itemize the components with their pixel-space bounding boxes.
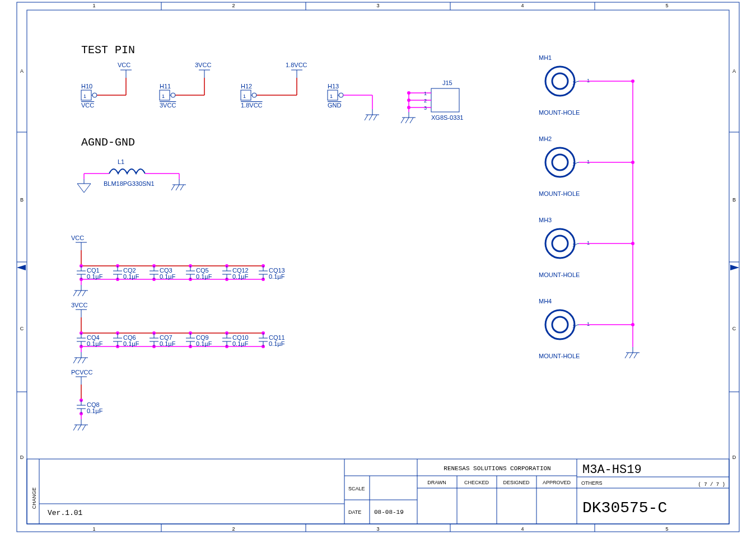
svg-text:0.1µF: 0.1µF bbox=[232, 340, 249, 347]
svg-text:MH4: MH4 bbox=[539, 298, 552, 305]
svg-text:1: 1 bbox=[572, 80, 575, 86]
svg-text:MOUNT-HOLE: MOUNT-HOLE bbox=[539, 353, 580, 359]
inductor-L1: L1 BLM18PG330SN1 bbox=[77, 158, 186, 193]
svg-text:0.1µF: 0.1µF bbox=[87, 407, 103, 414]
header-H11: 3VCC H11 1 3VCC bbox=[160, 62, 211, 109]
svg-text:DK30575-C: DK30575-C bbox=[582, 499, 667, 517]
svg-text:APPROVED: APPROVED bbox=[543, 480, 571, 485]
svg-text:0.1µF: 0.1µF bbox=[123, 340, 139, 347]
svg-text:CHECKED: CHECKED bbox=[464, 480, 489, 485]
svg-text:L1: L1 bbox=[118, 158, 124, 165]
svg-text:DESIGNED: DESIGNED bbox=[503, 480, 530, 485]
header-H12: 1.8VCC H12 1 1.8VCC bbox=[241, 62, 307, 109]
svg-text:0.1µF: 0.1µF bbox=[160, 340, 176, 347]
svg-text:VCC: VCC bbox=[118, 62, 130, 68]
schematic-sheet: 12 34 5 12 34 5 AA BB CC DD TEST PIN AGN… bbox=[0, 0, 756, 534]
svg-text:MOUNT-HOLE: MOUNT-HOLE bbox=[539, 190, 580, 197]
svg-text:VCC: VCC bbox=[71, 235, 84, 241]
svg-text:5: 5 bbox=[665, 3, 668, 8]
svg-text:1: 1 bbox=[587, 78, 590, 83]
svg-text:0.1µF: 0.1µF bbox=[160, 273, 176, 280]
section-title-testpin: TEST PIN bbox=[81, 44, 135, 57]
section-title-agnd: AGND-GND bbox=[81, 136, 135, 149]
row-letters: AA BB CC DD bbox=[20, 68, 736, 460]
svg-text:0.1µF: 0.1µF bbox=[269, 340, 285, 347]
svg-text:1: 1 bbox=[587, 159, 590, 165]
svg-text:3: 3 bbox=[376, 3, 379, 8]
caprow-pcvcc: PCVCCCQ80.1µF bbox=[71, 369, 103, 430]
svg-text:MOUNT-HOLE: MOUNT-HOLE bbox=[539, 271, 580, 278]
svg-text:1: 1 bbox=[587, 321, 590, 327]
svg-text:2: 2 bbox=[424, 98, 427, 104]
svg-text:( 7  / 7  ): ( 7 / 7 ) bbox=[698, 482, 725, 488]
svg-text:MOUNT-HOLE: MOUNT-HOLE bbox=[539, 109, 580, 116]
title-block: CHANGE Ver.1.01 SCALE DATE 08-08-19 RENE… bbox=[27, 459, 729, 524]
svg-text:0.1µF: 0.1µF bbox=[232, 273, 249, 280]
svg-text:1.8VCC: 1.8VCC bbox=[241, 102, 263, 109]
svg-text:A: A bbox=[20, 68, 24, 74]
svg-text:0.1µF: 0.1µF bbox=[87, 273, 103, 280]
svg-text:3: 3 bbox=[376, 526, 379, 532]
caprow-3vcc: 3VCCCQ40.1µFCQ60.1µFCQ70.1µFCQ90.1µFCQ10… bbox=[71, 302, 285, 363]
svg-text:2: 2 bbox=[232, 526, 235, 532]
svg-text:1: 1 bbox=[587, 240, 590, 246]
svg-text:1: 1 bbox=[92, 3, 95, 8]
svg-text:A: A bbox=[732, 68, 736, 74]
svg-text:1: 1 bbox=[83, 93, 86, 99]
svg-text:MH1: MH1 bbox=[539, 54, 552, 61]
svg-text:1.8VCC: 1.8VCC bbox=[286, 62, 307, 68]
svg-text:SCALE: SCALE bbox=[348, 486, 365, 491]
header-H10: VCC H10 1 VCC bbox=[81, 62, 132, 109]
svg-text:D: D bbox=[20, 455, 24, 460]
svg-text:C: C bbox=[732, 326, 736, 331]
svg-text:J15: J15 bbox=[442, 79, 452, 86]
svg-text:M3A-HS19: M3A-HS19 bbox=[582, 463, 642, 477]
svg-text:D: D bbox=[732, 455, 736, 460]
svg-text:1: 1 bbox=[92, 526, 95, 532]
svg-text:1: 1 bbox=[424, 91, 427, 96]
svg-text:B: B bbox=[20, 197, 24, 203]
svg-text:RENESAS SOLUTIONS CORPORATION: RENESAS SOLUTIONS CORPORATION bbox=[444, 465, 550, 472]
svg-text:4: 4 bbox=[521, 3, 524, 8]
svg-text:Ver.1.01: Ver.1.01 bbox=[48, 509, 83, 517]
svg-text:H13: H13 bbox=[328, 83, 339, 90]
svg-text:0.1µF: 0.1µF bbox=[123, 273, 139, 280]
svg-text:3: 3 bbox=[424, 105, 427, 111]
header-H13: H13 1 GND bbox=[328, 83, 379, 120]
svg-text:GND: GND bbox=[328, 102, 342, 109]
svg-text:5: 5 bbox=[665, 526, 668, 532]
svg-text:OTHERS: OTHERS bbox=[581, 480, 603, 486]
svg-text:CHANGE: CHANGE bbox=[31, 488, 37, 509]
svg-text:VCC: VCC bbox=[81, 102, 94, 109]
svg-text:0.1µF: 0.1µF bbox=[196, 340, 212, 347]
svg-text:B: B bbox=[732, 197, 736, 203]
svg-text:4: 4 bbox=[521, 526, 524, 532]
svg-marker-35 bbox=[730, 265, 739, 270]
svg-text:0.1µF: 0.1µF bbox=[87, 340, 103, 347]
svg-text:2: 2 bbox=[232, 3, 235, 8]
svg-text:08-08-19: 08-08-19 bbox=[374, 509, 404, 516]
svg-text:XG8S-0331: XG8S-0331 bbox=[431, 114, 463, 121]
svg-text:1: 1 bbox=[330, 93, 333, 99]
svg-rect-77 bbox=[431, 88, 459, 112]
mount-holes: MH111MOUNT-HOLEMH211MOUNT-HOLEMH311MOUNT… bbox=[539, 54, 640, 359]
svg-text:1: 1 bbox=[572, 324, 575, 329]
caprow-vcc: VCCCQ10.1µFCQ20.1µFCQ30.1µFCQ50.1µFCQ120… bbox=[71, 235, 285, 296]
svg-text:PCVCC: PCVCC bbox=[71, 369, 93, 376]
svg-text:BLM18PG330SN1: BLM18PG330SN1 bbox=[104, 180, 155, 187]
svg-text:3VCC: 3VCC bbox=[71, 302, 87, 308]
svg-text:1: 1 bbox=[243, 93, 246, 99]
svg-text:0.1µF: 0.1µF bbox=[196, 273, 212, 280]
svg-text:0.1µF: 0.1µF bbox=[269, 273, 285, 280]
svg-text:MH3: MH3 bbox=[539, 217, 552, 223]
svg-text:3VCC: 3VCC bbox=[195, 62, 211, 68]
svg-text:3VCC: 3VCC bbox=[160, 102, 176, 109]
svg-text:1: 1 bbox=[572, 242, 575, 248]
col-numbers: 12 34 5 12 34 5 bbox=[92, 3, 668, 532]
svg-text:DRAWN: DRAWN bbox=[427, 480, 446, 485]
connector-J15: J15 1 2 3 XG8S-0331 bbox=[401, 79, 463, 123]
svg-text:DATE: DATE bbox=[348, 509, 361, 515]
svg-text:H11: H11 bbox=[160, 83, 171, 90]
svg-text:C: C bbox=[20, 326, 24, 331]
svg-text:H12: H12 bbox=[241, 83, 252, 90]
